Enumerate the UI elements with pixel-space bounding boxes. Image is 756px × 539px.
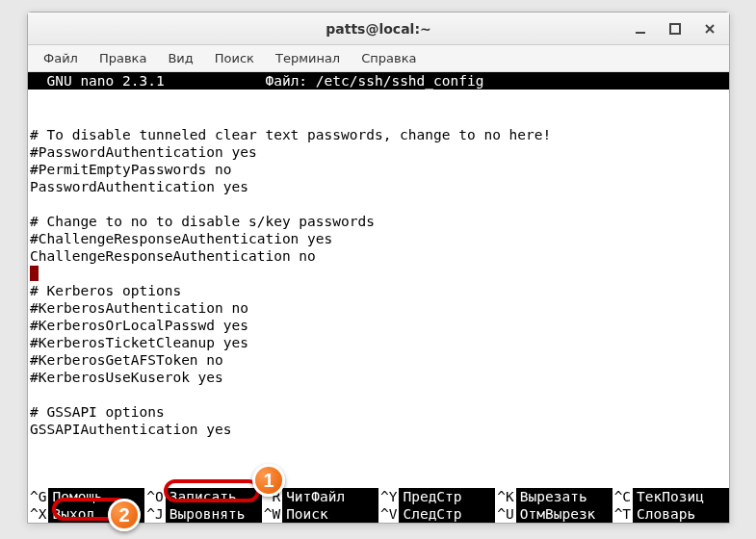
shortcut-label: СледСтр: [399, 505, 465, 523]
nano-header: GNU nano 2.3.1 Файл: /etc/ssh/sshd_confi…: [28, 72, 729, 90]
maximize-icon: [668, 22, 682, 36]
shortcut-key: ^W: [262, 505, 282, 523]
shortcut-label: Записать: [166, 488, 241, 505]
shortcut-uncut[interactable]: ^UОтмВырезк: [495, 505, 612, 523]
shortcut-label: Вырезать: [516, 488, 591, 505]
shortcut-label: ТекПозиц: [633, 488, 708, 505]
menu-edit[interactable]: Правка: [90, 47, 156, 69]
shortcut-help[interactable]: ^GПомощь: [28, 488, 144, 505]
shortcut-label: ЧитФайл: [282, 488, 349, 505]
shortcut-nextpage[interactable]: ^VСледСтр: [378, 505, 495, 523]
shortcut-label: Выровнять: [166, 505, 249, 523]
file-line: # To disable tunneled clear text passwor…: [30, 127, 551, 142]
svg-rect-1: [670, 24, 680, 34]
maximize-button[interactable]: [662, 18, 689, 39]
shortcut-spell[interactable]: ^TСловарь: [613, 505, 729, 523]
file-line: #KerberosUseKuserok yes: [30, 370, 223, 385]
file-line: #KerberosOrLocalPasswd yes: [30, 318, 248, 333]
menu-file[interactable]: Файл: [34, 47, 88, 69]
nano-filename: Файл: /etc/ssh/sshd_config: [265, 73, 483, 89]
shortcut-label: Словарь: [633, 505, 699, 523]
file-line: # Change to no to disable s/key password…: [30, 214, 375, 229]
close-button[interactable]: [696, 18, 723, 39]
titlebar: patts@local:~: [28, 13, 729, 45]
nano-file-label: [165, 73, 266, 89]
shortcut-label: Помощь: [48, 488, 106, 505]
shortcut-label: Выход: [48, 505, 98, 523]
file-line: #PermitEmptyPasswords no: [30, 162, 232, 177]
shortcut-key: ^K: [495, 488, 515, 505]
svg-rect-0: [636, 32, 645, 34]
file-line: PasswordAuthentication yes: [30, 179, 248, 194]
shortcut-key: ^C: [613, 488, 633, 505]
shortcut-label: ПредСтр: [399, 488, 465, 505]
file-line: #KerberosAuthentication no: [30, 300, 248, 316]
cursor: [30, 266, 39, 281]
window-controls: [627, 13, 723, 44]
shortcut-key: ^U: [495, 505, 515, 523]
file-line: # GSSAPI options: [30, 404, 165, 420]
menu-help[interactable]: Справка: [352, 47, 426, 69]
shortcut-key: ^X: [28, 505, 48, 523]
file-line: #KerberosGetAFSToken no: [30, 352, 223, 368]
shortcut-justify[interactable]: ^JВыровнять: [144, 505, 261, 523]
shortcut-curpos[interactable]: ^CТекПозиц: [613, 488, 729, 505]
shortcut-search[interactable]: ^WПоиск: [262, 505, 378, 523]
file-line: #PasswordAuthentication yes: [30, 144, 257, 160]
shortcut-writeout[interactable]: ^OЗаписать: [144, 488, 261, 505]
shortcut-key: ^V: [378, 505, 399, 523]
shortcut-key: ^Y: [378, 488, 399, 505]
minimize-button[interactable]: [627, 18, 654, 39]
shortcut-row: ^GПомощь ^OЗаписать ^RЧитФайл ^YПредСтр …: [28, 488, 729, 505]
shortcut-key: ^O: [144, 488, 165, 505]
file-line: ChallengeResponseAuthentication no: [30, 248, 316, 264]
shortcut-prevpage[interactable]: ^YПредСтр: [378, 488, 495, 505]
minimize-icon: [634, 22, 647, 36]
shortcut-label: Поиск: [282, 505, 332, 523]
shortcut-key: ^G: [28, 488, 48, 505]
shortcut-exit[interactable]: ^XВыход: [28, 505, 144, 523]
menu-search[interactable]: Поиск: [205, 47, 264, 69]
shortcut-row: ^XВыход ^JВыровнять ^WПоиск ^VСледСтр ^U…: [28, 505, 729, 523]
shortcut-readfile[interactable]: ^RЧитФайл: [262, 488, 378, 505]
terminal-area[interactable]: GNU nano 2.3.1 Файл: /etc/ssh/sshd_confi…: [28, 72, 729, 523]
shortcut-cut[interactable]: ^KВырезать: [495, 488, 612, 505]
nano-body[interactable]: # To disable tunneled clear text passwor…: [28, 90, 729, 438]
file-line: #ChallengeResponseAuthentication yes: [30, 231, 332, 246]
window-title: patts@local:~: [326, 21, 430, 37]
shortcut-key: ^J: [144, 505, 165, 523]
nano-shortcuts: ^GПомощь ^OЗаписать ^RЧитФайл ^YПредСтр …: [28, 488, 729, 523]
menu-terminal[interactable]: Терминал: [266, 47, 350, 69]
shortcut-label: ОтмВырезк: [516, 505, 600, 523]
close-icon: [703, 22, 717, 36]
terminal-window: patts@local:~ Файл Правка Вид Поиск Терм…: [27, 12, 730, 524]
file-line: # Kerberos options: [30, 283, 181, 298]
file-line: #KerberosTicketCleanup yes: [30, 335, 248, 350]
shortcut-key: ^T: [613, 505, 633, 523]
shortcut-key: ^R: [262, 488, 282, 505]
file-line: GSSAPIAuthentication yes: [30, 422, 232, 437]
menubar: Файл Правка Вид Поиск Терминал Справка: [28, 45, 729, 72]
menu-view[interactable]: Вид: [158, 47, 202, 69]
nano-version: GNU nano 2.3.1: [30, 73, 165, 89]
